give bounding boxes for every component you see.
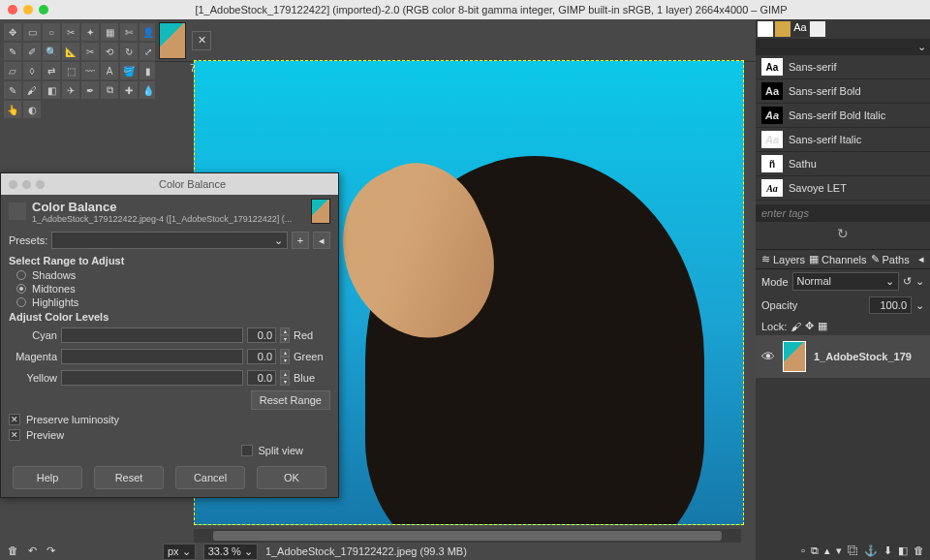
tool-bucket[interactable]: 🪣 (120, 62, 138, 79)
font-item[interactable]: AaSans-serif (756, 55, 930, 79)
yellow-blue-value[interactable]: 0.0 (247, 370, 276, 386)
mode-reset-icon[interactable]: ↺ (903, 275, 912, 288)
horizontal-scrollbar[interactable] (194, 529, 741, 543)
undo-icon[interactable]: ↶ (28, 544, 37, 557)
tool-ellipse-select[interactable]: ○ (43, 23, 60, 41)
tool-eraser[interactable]: ◧ (43, 81, 60, 99)
cyan-red-value[interactable]: 0.0 (247, 327, 276, 343)
lock-pixels-icon[interactable]: 🖌 (790, 321, 801, 332)
tool-dodge[interactable]: ◐ (23, 101, 41, 118)
tool-measure[interactable]: 📐 (62, 43, 79, 60)
font-filter-input[interactable]: ⌄ (756, 39, 930, 55)
tool-text[interactable]: A (101, 62, 118, 79)
magenta-green-value[interactable]: 0.0 (247, 349, 276, 364)
mask-layer-icon[interactable]: ◧ (898, 544, 908, 557)
tool-rotate[interactable]: ↻ (120, 43, 138, 60)
tool-lasso[interactable]: ✂ (62, 23, 79, 41)
tool-perspective[interactable]: ◊ (23, 62, 41, 79)
preserve-luminosity-checkbox[interactable]: ✕Preserve luminosity (1, 412, 338, 427)
mode-select[interactable]: Normal⌄ (792, 272, 899, 291)
tab-layers[interactable]: ≋ Layers (761, 253, 805, 265)
tab-document-icon[interactable] (810, 21, 825, 37)
tool-transform[interactable]: ⟲ (101, 43, 118, 60)
tool-crop[interactable]: ✂ (81, 43, 99, 60)
lock-alpha-icon[interactable]: ▦ (818, 320, 827, 332)
tab-paths[interactable]: ✎ Paths (871, 253, 910, 265)
yellow-blue-spinner[interactable]: ▴▾ (280, 370, 290, 386)
presets-select[interactable]: ⌄ (51, 232, 288, 249)
tool-clone[interactable]: ⧉ (101, 81, 118, 99)
preview-checkbox[interactable]: ✕Preview (1, 427, 338, 443)
delete-layer-icon[interactable]: 🗑 (914, 544, 924, 556)
magenta-green-slider[interactable] (61, 349, 243, 364)
tab-brushes-icon[interactable] (758, 21, 773, 37)
ok-button[interactable]: OK (257, 466, 326, 489)
opacity-input[interactable]: 100.0 (869, 296, 912, 314)
redo-icon[interactable]: ↷ (46, 544, 55, 557)
tool-paths[interactable]: ✎ (4, 43, 21, 60)
tool-shear[interactable]: ▱ (4, 62, 21, 79)
tool-rect-select[interactable]: ▭ (23, 23, 41, 41)
split-view-checkbox[interactable]: Split view (1, 443, 338, 458)
tool-color-picker[interactable]: ✐ (23, 43, 41, 60)
maximize-window-button[interactable] (39, 5, 48, 15)
tool-paintbrush[interactable]: 🖌 (23, 81, 41, 99)
tool-fuzzy-select[interactable]: ✦ (81, 23, 99, 41)
panel-menu-icon[interactable]: ◂ (918, 253, 924, 265)
zoom-select[interactable]: 33.3 % ⌄ (203, 544, 258, 560)
tool-heal[interactable]: ✚ (120, 81, 138, 99)
lower-layer-icon[interactable]: ▾ (836, 544, 842, 557)
minimize-window-button[interactable] (23, 5, 33, 15)
new-layer-icon[interactable]: ▫ (801, 544, 805, 556)
delete-icon[interactable]: 🗑 (8, 544, 18, 556)
add-preset-button[interactable]: + (292, 232, 309, 249)
tool-smudge[interactable]: 👆 (4, 101, 21, 118)
tool-warp[interactable]: 〰 (81, 62, 99, 79)
tags-input[interactable]: enter tags (756, 204, 930, 222)
reset-button[interactable]: Reset (94, 466, 164, 489)
cyan-red-spinner[interactable]: ▴▾ (280, 327, 290, 343)
tool-scissors[interactable]: ✄ (120, 23, 138, 41)
merge-layer-icon[interactable]: ⬇ (884, 544, 892, 557)
range-shadows-radio[interactable]: Shadows (1, 268, 338, 282)
range-highlights-radio[interactable]: Highlights (1, 296, 338, 309)
help-button[interactable]: Help (13, 466, 82, 489)
cancel-button[interactable]: Cancel (175, 466, 245, 489)
visibility-toggle-icon[interactable]: 👁 (761, 349, 775, 364)
font-item[interactable]: AaSans-serif Italic (756, 128, 930, 152)
opacity-spinner-icon[interactable]: ⌄ (915, 299, 924, 312)
tool-by-color[interactable]: ▦ (101, 23, 118, 41)
dialog-titlebar[interactable]: Color Balance (1, 173, 338, 195)
font-item[interactable]: AaSavoye LET (756, 176, 930, 201)
reload-fonts-button[interactable]: ↻ (756, 222, 930, 245)
range-midtones-radio[interactable]: Midtones (1, 282, 338, 296)
lock-position-icon[interactable]: ✥ (805, 320, 814, 332)
tab-channels[interactable]: ▦ Channels (809, 253, 866, 265)
tab-fonts-icon[interactable]: Aa (792, 21, 808, 37)
duplicate-layer-icon[interactable]: ⿻ (848, 544, 858, 556)
layer-group-icon[interactable]: ⧉ (811, 544, 819, 557)
yellow-blue-slider[interactable] (61, 370, 243, 386)
tool-airbrush[interactable]: ✈ (62, 81, 79, 99)
preset-menu-button[interactable]: ◂ (313, 232, 330, 249)
font-item[interactable]: AaSans-serif Bold Italic (756, 104, 930, 128)
magenta-green-spinner[interactable]: ▴▾ (280, 349, 290, 364)
font-item[interactable]: ñSathu (756, 152, 930, 176)
mode-chevron-icon[interactable]: ⌄ (915, 275, 924, 288)
image-thumbnail[interactable] (159, 22, 186, 59)
tab-patterns-icon[interactable] (775, 21, 790, 37)
raise-layer-icon[interactable]: ▴ (824, 544, 830, 557)
tool-zoom[interactable]: 🔍 (43, 43, 60, 60)
close-image-button[interactable]: ✕ (192, 31, 211, 50)
tool-ink[interactable]: ✒ (81, 81, 99, 99)
reset-range-button[interactable]: Reset Range (251, 390, 330, 410)
unit-select[interactable]: px ⌄ (163, 544, 196, 560)
anchor-layer-icon[interactable]: ⚓ (864, 544, 878, 557)
tool-flip[interactable]: ⇄ (43, 62, 60, 79)
close-window-button[interactable] (8, 5, 17, 15)
layer-name[interactable]: 1_AdobeStock_179 (814, 351, 912, 362)
font-item[interactable]: AaSans-serif Bold (756, 79, 930, 104)
tool-move[interactable]: ✥ (4, 23, 21, 41)
tool-cage[interactable]: ⬚ (62, 62, 79, 79)
cyan-red-slider[interactable] (61, 327, 243, 343)
